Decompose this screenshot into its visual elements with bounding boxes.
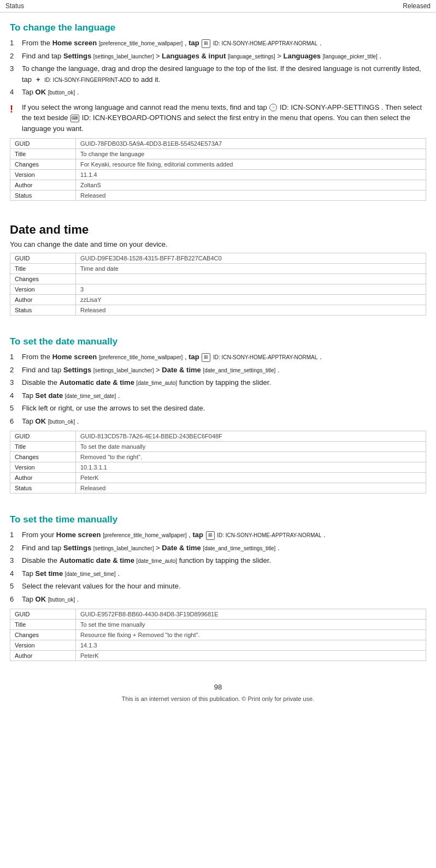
step-number: 3 xyxy=(10,63,22,74)
step-text: Find and tap Settings [settings_label_la… xyxy=(22,365,426,376)
table-row: GUIDGUID-813CD57B-7A26-4E14-BBED-243BEC6… xyxy=(10,431,426,442)
step-text: Disable the Automatic date & time [date_… xyxy=(22,555,426,566)
meta-value: GUID-813CD57B-7A26-4E14-BBED-243BEC6F048… xyxy=(76,431,426,442)
list-item: 5Select the relevant values for the hour… xyxy=(10,581,426,592)
meta-key: Changes xyxy=(10,159,76,170)
steps-list-change-language: 1From the Home screen [preference_title_… xyxy=(10,38,426,98)
list-item: 6Tap OK [button_ok] . xyxy=(10,594,426,605)
step-number: 2 xyxy=(10,543,22,554)
note-text: If you select the wrong language and can… xyxy=(22,102,426,134)
table-row: StatusReleased xyxy=(10,483,426,494)
step-number: 1 xyxy=(10,352,22,362)
topic-title-set-time: To set the time manually xyxy=(10,514,426,525)
meta-key: Status xyxy=(10,483,76,494)
step-number: 4 xyxy=(10,390,22,401)
meta-key: Version xyxy=(10,170,76,180)
meta-key: Version xyxy=(10,284,76,295)
meta-key: Version xyxy=(10,462,76,473)
step-text: Tap OK [button_ok] . xyxy=(22,416,426,427)
list-item: 2Find and tap Settings [settings_label_l… xyxy=(10,543,426,554)
section-set-time: To set the time manually 1From your Home… xyxy=(0,504,436,672)
step-text: From the Home screen [preference_title_h… xyxy=(22,38,426,49)
step-number: 3 xyxy=(10,377,22,388)
step-number: 2 xyxy=(10,365,22,376)
section-subtext-date-time: You can change the date and time on your… xyxy=(10,240,426,248)
table-row: GUIDGUID-78FDB03D-5A9A-4DD3-B1EB-554524E… xyxy=(10,139,426,149)
meta-value: GUID-78FDB03D-5A9A-4DD3-B1EB-554524E573A… xyxy=(76,139,426,149)
step-number: 4 xyxy=(10,568,22,579)
steps-list-set-date: 1From the Home screen [preference_title_… xyxy=(10,352,426,426)
step-number: 5 xyxy=(10,581,22,592)
meta-key: Author xyxy=(10,295,76,305)
meta-value: To change the language xyxy=(76,149,426,159)
step-text: From your Home screen [preference_title_… xyxy=(22,530,426,540)
table-row: TitleTo set the date manually xyxy=(10,442,426,452)
meta-key: Author xyxy=(10,651,76,661)
table-row: Version10.1.3.1.1 xyxy=(10,462,426,473)
list-item: 5Flick left or right, or use the arrows … xyxy=(10,403,426,414)
meta-table-change-language: GUIDGUID-78FDB03D-5A9A-4DD3-B1EB-554524E… xyxy=(10,138,426,201)
meta-key: Author xyxy=(10,473,76,483)
meta-value: ZoltanS xyxy=(76,180,426,191)
note-block-change-language: ! If you select the wrong language and c… xyxy=(10,102,426,134)
note-icon: ! xyxy=(10,102,22,117)
step-number: 6 xyxy=(10,594,22,605)
section-set-date: To set the date manually 1From the Home … xyxy=(0,326,436,504)
step-number: 4 xyxy=(10,87,22,98)
list-item: 3Disable the Automatic date & time [date… xyxy=(10,555,426,566)
meta-table-set-time: GUIDGUID-E9572FB8-BB60-4430-84D8-3F19D89… xyxy=(10,609,426,661)
table-row: TitleTo set the time manually xyxy=(10,620,426,630)
meta-key: GUID xyxy=(10,431,76,442)
meta-key: Title xyxy=(10,264,76,274)
meta-value: Removed "to the right". xyxy=(76,452,426,462)
table-row: AuthorPeterK xyxy=(10,473,426,483)
meta-key: Status xyxy=(10,305,76,316)
top-status-bar: Status Released xyxy=(0,0,436,13)
table-row: AuthorPeterK xyxy=(10,651,426,661)
list-item: 1From the Home screen [preference_title_… xyxy=(10,38,426,49)
table-row: AuthorzzLisaY xyxy=(10,295,426,305)
page-number: 98 xyxy=(0,683,436,693)
list-item: 3Disable the Automatic date & time [date… xyxy=(10,377,426,388)
step-text: Select the relevant values for the hour … xyxy=(22,581,426,592)
steps-list-set-time: 1From your Home screen [preference_title… xyxy=(10,530,426,604)
meta-key: Title xyxy=(10,442,76,452)
meta-table-date-time: GUIDGUID-D9FE3D48-1528-4315-BFF7-BFB227C… xyxy=(10,253,426,316)
step-text: Tap OK [button_ok] . xyxy=(22,87,426,98)
list-item: 1From the Home screen [preference_title_… xyxy=(10,352,426,362)
meta-value: Resource file fixing + Removed "to the r… xyxy=(76,630,426,640)
meta-key: Changes xyxy=(10,274,76,284)
list-item: 1From your Home screen [preference_title… xyxy=(10,530,426,540)
meta-value: PeterK xyxy=(76,473,426,483)
meta-value: Released xyxy=(76,305,426,316)
table-row: TitleTo change the language xyxy=(10,149,426,159)
meta-value: Released xyxy=(76,191,426,201)
list-item: 4Tap Set date [date_time_set_date] . xyxy=(10,390,426,401)
table-row: Changes xyxy=(10,274,426,284)
step-number: 5 xyxy=(10,403,22,414)
meta-key: GUID xyxy=(10,139,76,149)
step-text: From the Home screen [preference_title_h… xyxy=(22,352,426,362)
topic-title-set-date: To set the date manually xyxy=(10,336,426,347)
topic-title-change-language: To change the language xyxy=(10,22,426,33)
table-row: Version14.1.3 xyxy=(10,640,426,651)
footer-text: This is an internet version of this publ… xyxy=(0,695,436,710)
meta-value: To set the time manually xyxy=(76,620,426,630)
step-text: Disable the Automatic date & time [date_… xyxy=(22,377,426,388)
meta-key: GUID xyxy=(10,253,76,264)
meta-value: Released xyxy=(76,483,426,494)
section-heading-date-time: Date and time xyxy=(10,223,426,237)
meta-key: Author xyxy=(10,180,76,191)
table-row: ChangesRemoved "to the right". xyxy=(10,452,426,462)
step-number: 3 xyxy=(10,555,22,566)
table-row: GUIDGUID-D9FE3D48-1528-4315-BFF7-BFB227C… xyxy=(10,253,426,264)
step-text: Find and tap Settings [settings_label_la… xyxy=(22,51,426,62)
status-label: Status xyxy=(5,2,24,10)
meta-key: Version xyxy=(10,640,76,651)
meta-table-set-date: GUIDGUID-813CD57B-7A26-4E14-BBED-243BEC6… xyxy=(10,431,426,494)
list-item: 3To change the language, drag and drop t… xyxy=(10,63,426,85)
meta-value: For Keyaki, resource file fixing, editor… xyxy=(76,159,426,170)
meta-key: Title xyxy=(10,149,76,159)
step-text: Tap Set date [date_time_set_date] . xyxy=(22,390,426,401)
table-row: ChangesFor Keyaki, resource file fixing,… xyxy=(10,159,426,170)
